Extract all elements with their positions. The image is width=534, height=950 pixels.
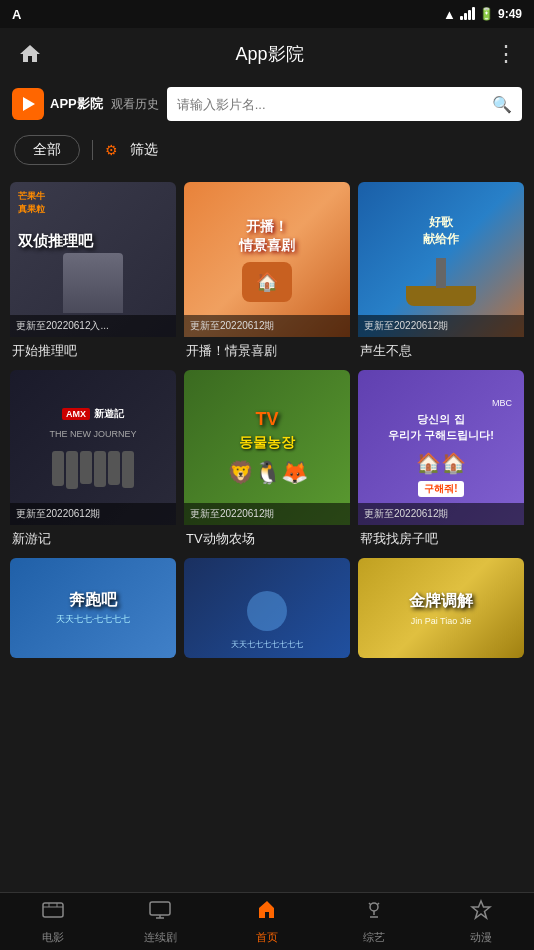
partial-card3-illus: 金牌调解 Jin Pai Tiao Jie xyxy=(358,558,524,658)
partial-card1-illus: 奔跑吧 天天七七·七七七七 xyxy=(10,558,176,658)
status-right: ▲ 🔋 9:49 xyxy=(443,6,522,23)
card5-animals: 🦁🐧🦊 xyxy=(227,460,308,486)
card4-people xyxy=(52,451,134,489)
nav-item-series[interactable]: 连续剧 xyxy=(107,899,214,945)
card6-mbc: MBC xyxy=(366,398,516,408)
nav-item-home[interactable]: 首页 xyxy=(214,899,321,945)
card6-title: 帮我找房子吧 xyxy=(358,525,524,550)
card3-tag: 更新至20220612期 xyxy=(358,315,524,337)
card1-brand: 芒果牛真果粒 xyxy=(18,190,45,216)
all-filter-button[interactable]: 全部 xyxy=(14,135,80,165)
search-bar[interactable]: 🔍 xyxy=(167,87,522,121)
card6-tag: 更新至20220612期 xyxy=(358,503,524,525)
partial-card2-text: 天天七七七七七七七 xyxy=(231,639,303,650)
series-icon xyxy=(149,899,171,927)
card1-building xyxy=(10,253,176,313)
watch-history-label[interactable]: 观看历史 xyxy=(111,96,159,113)
card-bang-wo-zhao-fang[interactable]: MBC 당신의 집우리가 구해드립니다! 🏠🏠 구해줘! 更新至20220612… xyxy=(358,370,524,550)
card6-image: MBC 당신의 집우리가 구해드립니다! 🏠🏠 구해줘! 更新至20220612… xyxy=(358,370,524,525)
status-left: A xyxy=(12,7,21,22)
card6-house-icon: 🏠🏠 xyxy=(416,451,466,475)
svg-line-8 xyxy=(377,903,379,905)
app-logo[interactable]: APP影院 xyxy=(12,88,103,120)
series-label: 连续剧 xyxy=(144,930,177,945)
card5-farm-text: 동물농장 xyxy=(239,434,295,452)
card-tv-dong-wu-nong-chang[interactable]: TV 동물농장 🦁🐧🦊 更新至20220612期 TV动物农场 xyxy=(184,370,350,550)
main-grid: 芒果牛真果粒 双侦推理吧 更新至20220612入... 开始推理吧 开播！情景… xyxy=(0,172,534,550)
card4-image: AMX 新遊記 THE NEW JOURNEY 更新至20220612期 xyxy=(10,370,176,525)
partial-card-jin-pai[interactable]: 金牌调解 Jin Pai Tiao Jie xyxy=(358,558,524,658)
card3-ship xyxy=(401,256,481,306)
card4-tag: 更新至20220612期 xyxy=(10,503,176,525)
card4-num: 新遊記 xyxy=(94,407,124,421)
card-kai-shi-tui-li[interactable]: 芒果牛真果粒 双侦推理吧 更新至20220612入... 开始推理吧 xyxy=(10,182,176,362)
svg-marker-9 xyxy=(472,901,490,918)
svg-marker-0 xyxy=(23,97,35,111)
card2-tag: 更新至20220612期 xyxy=(184,315,350,337)
app-logo-icon xyxy=(12,88,44,120)
filter-divider xyxy=(92,140,93,160)
card2-main-text: 开播！情景喜剧 xyxy=(239,217,295,253)
card2-image: 开播！情景喜剧 🏠 更新至20220612期 xyxy=(184,182,350,337)
card-xin-you-ji[interactable]: AMX 新遊記 THE NEW JOURNEY 更新至20220612期 xyxy=(10,370,176,550)
signal-icon xyxy=(460,6,475,23)
content-area: 芒果牛真果粒 双侦推理吧 更新至20220612入... 开始推理吧 开播！情景… xyxy=(0,172,534,892)
page-title: App影院 xyxy=(235,42,303,66)
status-bar: A ▲ 🔋 9:49 xyxy=(0,0,534,28)
filter-bar: 全部 ⚙ 筛选 xyxy=(0,128,534,172)
nav-item-variety[interactable]: 综艺 xyxy=(320,899,427,945)
partial-card3-text: 金牌调解 xyxy=(409,591,473,612)
android-app-icon: A xyxy=(12,7,21,22)
card5-title: TV动物农场 xyxy=(184,525,350,550)
search-input[interactable] xyxy=(177,97,486,112)
app-name-label: APP影院 xyxy=(50,95,103,113)
card2-title: 开播！情景喜剧 xyxy=(184,337,350,362)
battery-icon: 🔋 xyxy=(479,7,494,21)
card6-search-text: 구해줘! xyxy=(418,481,463,497)
card3-top-text: 好歌献给作 xyxy=(423,214,459,248)
card-kai-bo-qing-jing[interactable]: 开播！情景喜剧 🏠 更新至20220612期 开播！情景喜剧 xyxy=(184,182,350,362)
search-icon[interactable]: 🔍 xyxy=(492,95,512,114)
card3-illus: 好歌献给作 xyxy=(358,182,524,337)
movie-label: 电影 xyxy=(42,930,64,945)
card3-image: 好歌献给作 更新至20220612期 xyxy=(358,182,524,337)
anime-label: 动漫 xyxy=(470,930,492,945)
card5-illus: TV 동물농장 🦁🐧🦊 xyxy=(184,370,350,525)
top-bar: App影院 ⋮ xyxy=(0,28,534,80)
card-sheng-sheng-bu-xi[interactable]: 好歌献给作 更新至20220612期 声生不息 xyxy=(358,182,524,362)
nav-item-anime[interactable]: 动漫 xyxy=(427,899,534,945)
card1-tag: 更新至20220612入... xyxy=(10,315,176,337)
partial-card1-sub: 天天七七·七七七七 xyxy=(56,613,131,626)
card1-main-title: 双侦推理吧 xyxy=(18,232,93,250)
card4-illus: AMX 新遊記 THE NEW JOURNEY xyxy=(10,370,176,525)
home-nav-label: 首页 xyxy=(256,930,278,945)
more-menu-button[interactable]: ⋮ xyxy=(495,41,518,67)
home-nav-icon xyxy=(256,899,278,927)
home-icon[interactable] xyxy=(16,40,44,68)
card5-tv-text: TV xyxy=(255,409,278,430)
card5-image: TV 동물농장 🦁🐧🦊 更新至20220612期 xyxy=(184,370,350,525)
filter-icon: ⚙ xyxy=(105,142,118,158)
card4-amx-badge: AMX xyxy=(62,408,90,420)
partial-card-blue[interactable]: 天天七七七七七七七 xyxy=(184,558,350,658)
app-bar: APP影院 观看历史 🔍 xyxy=(0,80,534,128)
partial-row: 奔跑吧 天天七七·七七七七 天天七七七七七七七 金牌调解 Jin Pai Tia… xyxy=(0,558,534,658)
card6-illus: MBC 당신의 집우리가 구해드립니다! 🏠🏠 구해줘! xyxy=(358,370,524,525)
card2-illus: 开播！情景喜剧 🏠 xyxy=(184,182,350,337)
card3-title: 声生不息 xyxy=(358,337,524,362)
variety-label: 综艺 xyxy=(363,930,385,945)
card4-title: 新游记 xyxy=(10,525,176,550)
partial-card-ben-pao[interactable]: 奔跑吧 天天七七·七七七七 xyxy=(10,558,176,658)
card5-tag: 更新至20220612期 xyxy=(184,503,350,525)
card1-title: 开始推理吧 xyxy=(10,337,176,362)
card6-korean-text: 당신의 집우리가 구해드립니다! xyxy=(388,412,494,443)
movie-icon xyxy=(42,899,64,927)
card4-subtitle: THE NEW JOURNEY xyxy=(49,429,136,439)
card1-illus: 芒果牛真果粒 双侦推理吧 xyxy=(10,182,176,337)
variety-icon xyxy=(363,899,385,927)
card4-logo-row: AMX 新遊記 xyxy=(62,407,124,421)
nav-item-movie[interactable]: 电影 xyxy=(0,899,107,945)
svg-line-7 xyxy=(369,903,371,905)
filter-label[interactable]: 筛选 xyxy=(130,141,158,159)
wifi-icon: ▲ xyxy=(443,7,456,22)
